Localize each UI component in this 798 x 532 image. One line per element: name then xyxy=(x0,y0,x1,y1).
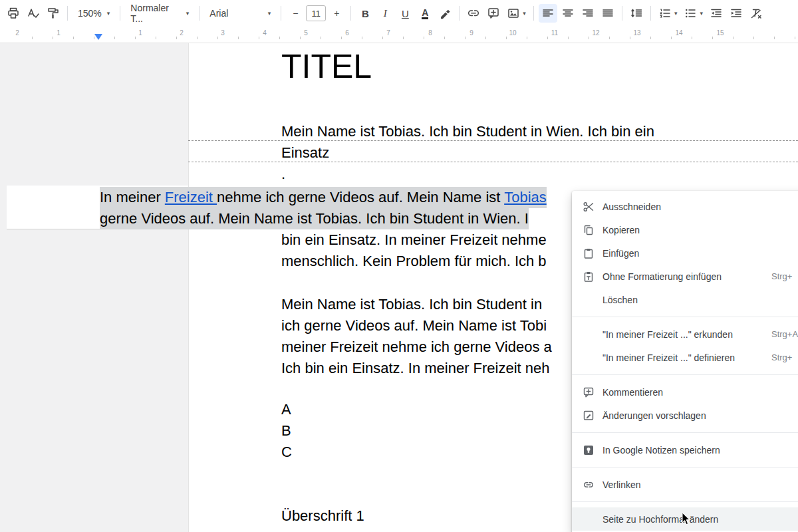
clear-formatting-button[interactable] xyxy=(747,4,765,23)
chevron-down-icon: ▾ xyxy=(107,10,110,17)
ruler-number: 11 xyxy=(550,29,559,37)
add-comment-button[interactable] xyxy=(484,4,503,23)
heading-line[interactable]: Überschrift 1 xyxy=(281,505,364,527)
ruler-number: 4 xyxy=(260,29,269,37)
text-line[interactable]: Mein Name ist Tobias. Ich bin Student in xyxy=(281,294,542,315)
paragraph-style-value: Normaler T... xyxy=(130,3,180,24)
text-color-button[interactable]: A xyxy=(416,4,434,23)
justify-button[interactable] xyxy=(598,4,617,23)
horizontal-ruler: 2 1 1 2 3 4 5 6 7 8 9 10 11 12 13 14 15 xyxy=(0,27,798,43)
text-line[interactable]: A xyxy=(281,399,291,420)
menu-item-loeschen[interactable]: Löschen xyxy=(572,288,798,311)
chevron-down-icon: ▾ xyxy=(674,10,678,17)
ruler-number: 1 xyxy=(54,29,63,37)
ruler-number: 8 xyxy=(426,29,435,37)
align-right-button[interactable] xyxy=(579,4,597,23)
menu-item-label: Ausschneiden xyxy=(602,201,661,212)
text-line[interactable]: C xyxy=(281,442,292,463)
insert-image-button[interactable]: ▾ xyxy=(504,4,529,23)
menu-divider xyxy=(572,467,798,467)
align-left-button[interactable] xyxy=(539,4,557,23)
underline-icon: U xyxy=(402,8,409,19)
menu-divider xyxy=(572,317,798,317)
link-icon xyxy=(467,7,480,20)
paragraph-style-select[interactable]: Normaler T... ▾ xyxy=(125,4,194,23)
toolbar-separator xyxy=(533,6,534,21)
ruler-number: 7 xyxy=(384,29,393,37)
text-line[interactable]: meiner Freizeit nehme ich gerne Videos a xyxy=(281,336,552,358)
paint-roller-icon xyxy=(47,7,60,20)
selected-text-line[interactable]: In meiner Freizeit nehme ich gerne Video… xyxy=(100,187,547,208)
suggest-edits-icon xyxy=(583,410,595,422)
align-center-icon xyxy=(561,7,575,20)
underline-button[interactable]: U xyxy=(396,4,414,23)
chevron-down-icon: ▾ xyxy=(186,10,190,17)
menu-item-label: Kommentieren xyxy=(602,387,663,398)
selected-text: In meiner xyxy=(100,189,165,205)
empty-icon-slot xyxy=(583,294,595,306)
increase-indent-button[interactable] xyxy=(727,4,745,23)
tobias-link[interactable]: Tobias xyxy=(504,189,547,205)
paste-plain-icon xyxy=(583,271,595,283)
paste-icon xyxy=(583,247,595,259)
menu-item-kommentieren[interactable]: Kommentieren xyxy=(572,380,798,404)
ruler-number: 6 xyxy=(342,29,352,37)
italic-button[interactable]: I xyxy=(376,4,394,23)
menu-item-definieren[interactable]: "In meiner Freizeit ..." definieren Strg… xyxy=(572,346,798,369)
indent-marker[interactable] xyxy=(94,34,102,40)
document-title[interactable]: TITEL xyxy=(281,48,372,85)
scissors-icon xyxy=(583,201,595,213)
menu-item-erkunden[interactable]: "In meiner Freizeit ..." erkunden Strg+A… xyxy=(572,323,798,346)
italic-icon: I xyxy=(384,8,387,19)
zoom-select[interactable]: 150% ▾ xyxy=(72,4,115,23)
text-line[interactable]: Einsatz xyxy=(281,142,329,164)
empty-icon-slot xyxy=(583,352,595,364)
print-button[interactable] xyxy=(4,4,23,23)
text-line[interactable]: Ich bin ein Einsatz. In meiner Freizeit … xyxy=(281,358,550,379)
text-line[interactable]: bin ein Einsatz. In meiner Freizeit nehm… xyxy=(281,229,547,251)
ruler-number: 1 xyxy=(136,29,145,37)
menu-item-aenderungen-vorschlagen[interactable]: Änderungen vorschlagen xyxy=(572,404,798,427)
spellcheck-button[interactable] xyxy=(24,4,43,23)
freizeit-link[interactable]: Freizeit xyxy=(165,189,217,205)
menu-item-kopieren[interactable]: Kopieren xyxy=(572,218,798,241)
ruler-number: 13 xyxy=(632,29,642,37)
toolbar-separator xyxy=(199,6,200,21)
indent-icon xyxy=(730,7,743,20)
insert-link-button[interactable] xyxy=(464,4,483,23)
menu-item-label: Änderungen vorschlagen xyxy=(602,410,706,421)
increase-font-size-button[interactable]: + xyxy=(327,4,346,23)
ruler-number: 3 xyxy=(218,29,227,37)
align-center-button[interactable] xyxy=(559,4,577,23)
ruler-number: 12 xyxy=(591,29,600,37)
selected-text-line[interactable]: gerne Videos auf. Mein Name ist Tobias. … xyxy=(100,208,529,229)
bold-button[interactable]: B xyxy=(356,4,374,23)
toolbar-separator xyxy=(120,6,120,21)
comment-icon xyxy=(583,386,595,398)
chevron-down-icon: ▾ xyxy=(523,10,526,17)
font-select[interactable]: Arial ▾ xyxy=(204,4,276,23)
menu-item-google-notizen[interactable]: In Google Notizen speichern xyxy=(572,438,798,462)
text-line[interactable]: . xyxy=(281,164,285,185)
text-line[interactable]: ich gerne Videos auf. Mein Name ist Tobi xyxy=(281,315,547,336)
decrease-font-size-button[interactable]: − xyxy=(286,4,305,23)
menu-item-ausschneiden[interactable]: Ausschneiden xyxy=(572,195,798,218)
decrease-indent-button[interactable] xyxy=(707,4,726,23)
text-line[interactable]: B xyxy=(281,420,291,442)
selected-text: nehme ich gerne Videos auf. Mein Name is… xyxy=(217,189,504,205)
text-line[interactable]: menschlich. Kein Problem für mich. Ich b xyxy=(281,251,547,272)
numbered-list-button[interactable]: ▾ xyxy=(656,4,680,23)
text-line[interactable]: Mein Name ist Tobias. Ich bin Student in… xyxy=(281,121,654,142)
line-spacing-button[interactable] xyxy=(627,4,646,23)
toolbar-separator xyxy=(622,6,622,21)
align-left-icon xyxy=(541,7,555,20)
menu-item-einfuegen[interactable]: Einfügen xyxy=(572,241,798,265)
align-right-icon xyxy=(581,7,595,20)
bulleted-list-button[interactable]: ▾ xyxy=(681,4,706,23)
highlight-color-button[interactable] xyxy=(436,4,454,23)
font-size-input[interactable] xyxy=(306,5,326,21)
link-icon xyxy=(583,479,595,491)
menu-item-verlinken[interactable]: Verlinken xyxy=(572,473,798,496)
paint-format-button[interactable] xyxy=(44,4,63,23)
menu-item-ohne-formatierung-einfuegen[interactable]: Ohne Formatierung einfügen Strg+ xyxy=(572,265,798,288)
